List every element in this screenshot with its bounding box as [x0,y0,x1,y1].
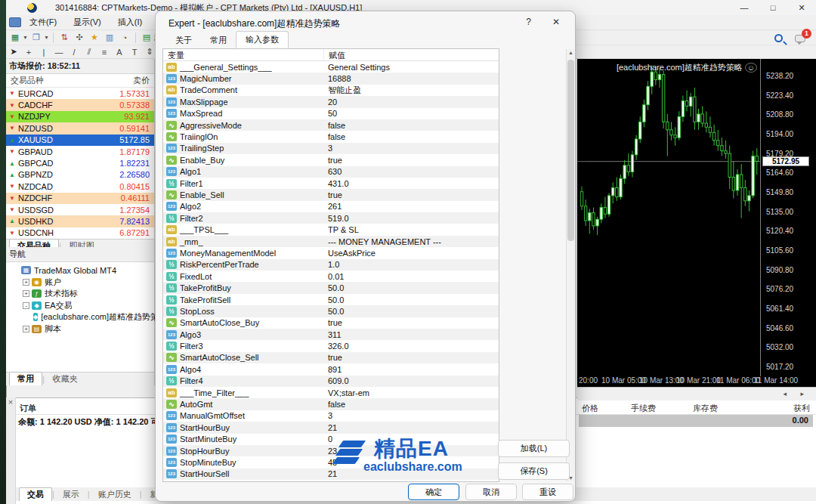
parameter-row-TakeProfitBuy[interactable]: ½ TakeProfitBuy 50.0 [163,282,499,293]
trendline-icon[interactable]: / [67,46,81,58]
navigator-item-5[interactable]: +▤ 脚本 [9,323,154,335]
dropdown-caret-icon[interactable]: ▼ [44,35,50,40]
minimize-button[interactable]: — [730,0,759,15]
save-button[interactable]: 保存(S) [498,462,570,480]
dialog-tab-1[interactable]: 常用 [201,32,236,48]
market-watch-row-USDHKD[interactable]: ▲ USDHKD 7.82413 [6,215,154,227]
market-watch-row-GBPNZD[interactable]: ▲ GBPNZD 2.26580 [6,169,154,181]
parameter-row-Enable_Buy[interactable]: ∿ Enable_Buy true [163,154,499,165]
parameter-row-Filter4[interactable]: ½ Filter4 609.0 [163,376,499,387]
tree-expander[interactable]: + [23,290,29,297]
market-watch-row-USDSGD[interactable]: ▼ USDSGD 1.27354 [6,204,154,215]
crosshair-target-icon[interactable]: ✣ [73,32,86,44]
tree-expander[interactable]: + [23,326,29,332]
parameter-row-AutoGmt[interactable]: ∿ AutoGmt false [163,398,499,410]
favorites-icon[interactable]: ★ [88,32,101,44]
terminal-column-1[interactable]: 手续费 [603,403,656,414]
tree-expander[interactable]: + [23,279,29,286]
parameter-row-Enable_Sell[interactable]: ∿ Enable_Sell true [163,189,499,200]
dialog-tab-2[interactable]: 输入参数 [236,31,289,48]
price-scale[interactable]: 5238.205223.405208.805194.005179.205164.… [760,59,816,376]
parameter-row-SmartAutoClose_Buy[interactable]: ∿ SmartAutoClose_Buy true [163,317,499,329]
cursor-icon[interactable]: ➤ [7,46,20,58]
search-icon[interactable] [774,34,783,42]
terminal-close-icon[interactable]: × [8,397,13,407]
market-watch-row-XAUUSD[interactable]: ▲ XAUUSD 5172.85 [6,135,154,146]
time-axis[interactable]: 20:0010 Mar 05:0010 Mar 13:0010 Mar 21:0… [577,376,760,387]
dialog-tab-0[interactable]: 关于 [166,32,201,48]
parameter-row-___TPSL___[interactable]: ab ___TPSL___ TP & SL [163,224,499,235]
parameter-row-RiskPercentPerTrade[interactable]: ½ RiskPercentPerTrade 1.0 [163,259,499,271]
terminal-tab-2[interactable]: 账户历史 [90,487,140,501]
navigator-item-0[interactable]: ▦ TradeMax Global MT4 [9,264,154,277]
dropdown-caret-icon[interactable]: ▼ [23,35,29,40]
market-watch-icon[interactable]: ⇅ [57,32,71,44]
column-symbol[interactable]: 交易品种 [11,75,44,86]
parameter-row-Algo2[interactable]: 123 Algo2 261 [163,201,499,212]
horizontal-line-icon[interactable]: — [52,46,66,58]
column-variable[interactable]: 变量 [163,49,323,60]
chart-scrollbar[interactable]: ◂ ▸ [577,387,816,400]
market-watch-row-NZDJPY[interactable]: ▼ NZDJPY 93.921 [6,111,154,122]
market-watch-column-headers[interactable]: 交易品种 卖价 [6,74,154,88]
parameter-row-Filter1[interactable]: ½ Filter1 431.0 [163,178,499,189]
market-watch-row-CADCHF[interactable]: ▼ CADCHF 0.57338 [6,99,154,110]
chart-plot[interactable]: [eaclubshare.com]超精准趋势策略☺ [577,59,760,387]
navigator-item-1[interactable]: +◉ 账户 [9,277,154,289]
navigator-item-4[interactable]: ◆ [eaclubshare.com]超精准趋势策略 [9,311,154,323]
menu-item-1[interactable]: 显示(V) [65,17,110,26]
navigator-tab-0[interactable]: 常用 [9,372,42,385]
parameter-row-Filter3[interactable]: ½ Filter3 326.0 [163,340,499,351]
terminal-tab-1[interactable]: 展示 [54,487,88,501]
fibonacci-icon[interactable]: ≡ [97,46,111,58]
profiles-icon[interactable]: ❐ [29,32,43,44]
terminal-column-3[interactable]: 获利 [748,403,810,414]
parameter-row-Algo3[interactable]: 123 Algo3 311 [163,329,499,340]
parameter-row-___General_Settings___[interactable]: ab ___General_Settings___ General Settin… [163,61,499,73]
new-chart-icon[interactable]: ▦ [8,32,22,44]
menu-item-0[interactable]: 文件(F) [21,17,65,26]
market-watch-row-GBPAUD[interactable]: ▼ GBPAUD 1.87179 [6,146,154,157]
parameter-row-TradeComment[interactable]: ab TradeComment 智能止盈 [163,85,499,96]
parameter-row-MoneyManagementModel[interactable]: 123 MoneyManagementModel UseAskPrice [163,247,499,258]
navigator-item-3[interactable]: -◆ EA交易 [9,300,154,312]
navigator-tab-1[interactable]: 收藏夹 [45,372,86,385]
parameter-row-MaxSpread[interactable]: 123 MaxSpread 50 [163,108,499,119]
parameter-row-TrailingStep[interactable]: 123 TrailingStep 3 [163,143,499,154]
crosshair-icon[interactable]: + [22,46,36,58]
market-watch-row-NZDCHF[interactable]: ▼ NZDCHF 0.46111 [6,193,154,204]
parameter-row-StartHourBuy[interactable]: 123 StartHourBuy 21 [163,422,499,433]
navigator-panel-icon[interactable]: ▥ [103,32,116,44]
parameter-row-Algo1[interactable]: 123 Algo1 630 [163,166,499,178]
terminal-column-2[interactable]: 库存费 [665,403,718,414]
tree-expander[interactable]: - [23,302,29,309]
parameter-row-TakeProfitSell[interactable]: ½ TakeProfitSell 50.0 [163,294,499,305]
parameter-row-ManualGmtOffset[interactable]: 123 ManualGmtOffset 3 [163,410,499,422]
menu-item-2[interactable]: 插入(I) [110,17,150,26]
parameters-scrollbar[interactable]: ▲ ▼ [566,49,574,481]
tester-icon[interactable]: ◔ [118,32,131,44]
dialog-help-button[interactable]: ? [526,17,531,27]
market-watch-row-NZDUSD[interactable]: ▼ NZDUSD 0.59141 [6,122,154,134]
ok-button[interactable]: 确定 [408,484,459,500]
vertical-line-icon[interactable]: | [37,46,51,58]
notification-badge[interactable]: 1 [802,29,811,39]
column-value[interactable]: 赋值 [323,49,499,60]
parameter-row-SmartAutoClose_Sell[interactable]: ∿ SmartAutoClose_Sell true [163,352,499,363]
parameter-row-TraiinglOn[interactable]: ∿ TraiinglOn false [163,131,499,142]
parameter-row-___Time_Filter___[interactable]: ab ___Time_Filter___ VX;star-em [163,387,499,398]
column-bid[interactable]: 卖价 [133,75,150,86]
load-button[interactable]: 加载(L) [498,440,570,457]
parameter-row-MaxSlippage[interactable]: 123 MaxSlippage 20 [163,96,499,107]
market-watch-row-USDCNH[interactable]: ▼ USDCNH 6.87291 [6,227,154,239]
navigator-item-2[interactable]: +ƒ 技术指标 [9,288,154,300]
parameter-row-AggressiveMode[interactable]: ∿ AggressiveMode false [163,119,499,131]
market-watch-row-NZDCAD[interactable]: ▼ NZDCAD 0.80415 [6,181,154,192]
terminal-tab-0[interactable]: 交易 [19,487,52,501]
parameter-row-Algo4[interactable]: 123 Algo4 891 [163,363,499,375]
parameter-row-_mm_[interactable]: ab _mm_ --- MONEY MANAGEMENT --- [163,236,499,247]
parameter-row-Filter2[interactable]: ½ Filter2 519.0 [163,212,499,224]
market-watch-row-EURCAD[interactable]: ▼ EURCAD 1.57331 [6,88,154,99]
dialog-close-button[interactable]: ✕ [552,17,560,27]
parameter-row-FixedLot[interactable]: ½ FixedLot 0.01 [163,271,499,282]
